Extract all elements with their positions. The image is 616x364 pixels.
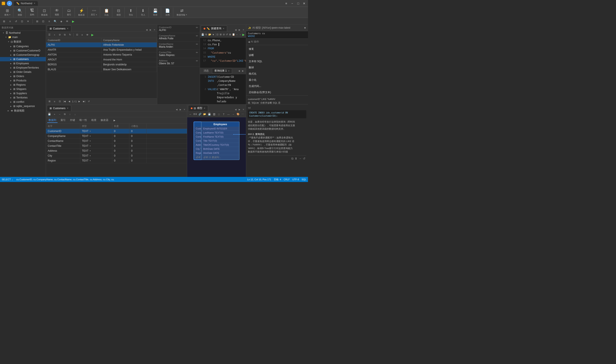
sidebar-item-customers[interactable]: ▶ ⊞ Customers <box>0 57 46 61</box>
type-dropdown-icon[interactable]: ▼ <box>89 145 91 147</box>
table-row[interactable]: ANATR Ana Trujillo Emparedados y helad <box>46 47 157 52</box>
toolbar-transfer-btn[interactable]: ⇄ 数据传输 ▼ <box>175 7 189 17</box>
tbl-edit-btn[interactable]: + <box>52 33 57 37</box>
toolbar-model-btn[interactable]: ⊟ 模型 <box>114 7 123 17</box>
ai-menu-generate-code[interactable]: 生成代码... <box>246 83 308 89</box>
nav-next[interactable]: ▶ <box>77 100 81 104</box>
model-tab[interactable]: ⊟ 模型 ✕ <box>188 105 208 111</box>
model-text-btn[interactable]: T <box>222 112 226 117</box>
customers-tab[interactable]: ⊞ Customers ✕ <box>47 26 71 31</box>
ai-bottom-copy-btn[interactable]: ⧉ <box>291 156 293 161</box>
table-row[interactable]: AROUT Around the Horn <box>46 57 157 62</box>
sec-icon6[interactable]: 👁 <box>65 19 69 24</box>
type-dropdown-icon[interactable]: ▼ <box>89 140 91 142</box>
sidebar-item-territories[interactable]: ▶ ⊞ Territories <box>0 95 46 100</box>
struct-add-btn[interactable]: + <box>52 112 57 117</box>
sidebar-item-customercustomer[interactable]: ▶ ⊞ CustomerCustomerD <box>0 49 46 53</box>
table-row[interactable]: BLAUS Blauer See Delikatessen <box>46 67 157 72</box>
nav-refresh[interactable]: ↺ <box>87 100 91 104</box>
sql-save-btn[interactable]: 💾 <box>201 32 204 37</box>
sidebar-item-northwind[interactable]: ▼ 🗄 Northwind <box>0 31 46 35</box>
struct-tab-prev[interactable]: ◀ <box>175 108 178 111</box>
type-dropdown-icon[interactable]: ▼ <box>89 155 91 157</box>
query-tab-next[interactable]: ▶ <box>238 28 241 31</box>
ai-bottom-download-btn[interactable]: ⬇ <box>295 156 297 161</box>
sql-hist-btn[interactable]: 📋 <box>232 32 235 37</box>
struct-row[interactable]: Address TEXT ▼ 0 0 <box>46 148 187 153</box>
sec-icon5[interactable]: ◈ <box>59 19 64 24</box>
struct-tab-triggers[interactable]: 触发器 <box>99 118 110 123</box>
toolbar-search-btn[interactable]: 🔍 搜索 <box>15 7 25 17</box>
model-tab-prev[interactable]: ◀ <box>234 108 237 111</box>
sql-format-btn[interactable]: ⊡ <box>216 32 219 37</box>
ai-back-btn[interactable]: ◀ AI 操作 <box>246 39 308 45</box>
model-img-btn[interactable]: 🖼 <box>212 112 216 117</box>
model-shapes-btn[interactable]: □ <box>217 112 221 117</box>
table-row[interactable]: ALFKI Alfreds Fetterkiste <box>46 42 157 47</box>
tbl-delete-btn[interactable]: ⊘ <box>57 33 62 37</box>
sec-filter-btn[interactable]: ⊡ <box>20 19 24 24</box>
sidebar-item-products[interactable]: ▶ ⊞ Products <box>0 78 46 83</box>
model-zoom-btn[interactable]: ⬆⬇ <box>193 112 197 117</box>
toolbar-import-btn[interactable]: ⬇ 导入 <box>138 7 148 17</box>
sql-dropdown-btn[interactable]: ▼ <box>212 32 215 37</box>
struct-row[interactable]: CustomerID TEXT ▼ 0 0 <box>46 129 187 134</box>
toolbar-data-btn[interactable]: ⊡ 数据表 <box>40 7 49 17</box>
sql-run-btn[interactable]: ▶ <box>242 32 245 37</box>
sidebar-item-views-group[interactable]: ▶ 👁 数据视图 <box>0 108 46 113</box>
sidebar-item-customerdemog[interactable]: ▶ ⊞ CustomerDemograp <box>0 53 46 57</box>
model-tab-close[interactable]: ✕ <box>204 107 205 109</box>
model-tab-next[interactable]: ▶ <box>238 108 241 111</box>
ai-menu-translate[interactable]: 翻译 <box>246 65 308 71</box>
sidebar-item-regions[interactable]: ▶ ⊞ Regions <box>0 83 46 87</box>
toolbar-save-btn[interactable]: 💾 转存 <box>151 7 160 17</box>
sidebar-item-categories[interactable]: ▶ ⊞ Categories <box>0 44 46 49</box>
sql-arrow-btn[interactable]: ← <box>236 32 238 37</box>
model-pan-btn[interactable]: ↔ <box>189 112 192 117</box>
sec-refresh-btn[interactable]: ↺ <box>14 19 18 24</box>
toolbar-trigger-btn[interactable]: ⚡ 触发器 <box>77 7 86 17</box>
struct-up-btn[interactable]: ↑ <box>68 112 72 117</box>
model-conn-btn[interactable]: 🔗 <box>198 112 202 117</box>
model-color-btn[interactable]: 🎨 <box>236 112 240 117</box>
toolbar-view-btn[interactable]: 👁 视图 <box>52 7 62 17</box>
sec-icon4[interactable]: 🔍 <box>53 19 57 24</box>
struct-row[interactable]: ContactName TEXT ▼ 0 0 <box>46 139 187 143</box>
tbl-add-btn[interactable]: ☰ <box>47 33 52 37</box>
ai-bottom-send-btn[interactable]: → <box>299 156 301 161</box>
field-edit-icon[interactable]: ✏ <box>196 59 198 62</box>
sec-list-btn[interactable]: ≡ <box>8 19 13 24</box>
sec-icon3[interactable]: ≡ <box>47 19 52 24</box>
struct-tab-fk[interactable]: 外键 <box>69 118 76 123</box>
query-tab-prev[interactable]: ◀ <box>234 28 237 31</box>
close-button[interactable]: ✕ <box>302 1 306 6</box>
ai-menu-fix[interactable]: 修复 <box>246 46 308 52</box>
struct-customers-tab[interactable]: ⊞ Customers ✕ <box>47 105 71 111</box>
model-open-btn[interactable]: 📂 <box>203 112 207 117</box>
struct-tabs-more[interactable]: ▶ <box>112 118 117 123</box>
model-tab-close-panel[interactable]: ✕ <box>242 108 245 111</box>
ai-menu-format[interactable]: 格式化 <box>246 71 308 77</box>
struct-row[interactable]: City TEXT ▼ 0 0 <box>46 153 187 158</box>
ai-menu-text-sql[interactable]: 文本转 SQL <box>246 58 308 65</box>
sidebar-item-employees[interactable]: ▶ ⊞ Employees <box>0 61 46 65</box>
minimize-button[interactable]: − <box>290 1 294 6</box>
toolbar-schema-btn[interactable]: 🏗 架构 <box>27 7 37 17</box>
field-edit-icon[interactable]: ✏ <box>196 43 198 46</box>
tab-prev[interactable]: ◀ <box>145 28 149 31</box>
sidebar-item-suppliers[interactable]: ▶ ⊞ Suppliers <box>0 91 46 95</box>
sql-explain-btn[interactable]: ⊞ <box>219 32 222 37</box>
toolbar-log-btn[interactable]: 📋 日志 <box>102 7 111 17</box>
sql-nav-btn[interactable]: ⊞ <box>229 32 231 37</box>
struct-row[interactable]: ContactTitle TEXT ▼ 0 0 <box>46 143 187 148</box>
sec-grid-btn[interactable]: ⊞ <box>2 19 6 24</box>
col-header-companyname[interactable]: CompanyName <box>102 38 157 42</box>
result-tab-query1[interactable]: 查询结果 1 ✕ <box>212 68 232 74</box>
sec-run-btn[interactable]: ▶ <box>71 19 76 24</box>
result-tab-close[interactable]: ✕ <box>228 70 230 72</box>
nav-first[interactable]: |◀ <box>63 100 67 104</box>
toolbar-query-btn[interactable]: ⊞ 查询 ▼ <box>2 7 13 17</box>
sidebar-item-orders[interactable]: ▶ ⊞ Orders <box>0 74 46 78</box>
tbl-copy-btn[interactable]: ⧉ <box>63 33 67 37</box>
type-dropdown-icon[interactable]: ▼ <box>89 150 91 152</box>
